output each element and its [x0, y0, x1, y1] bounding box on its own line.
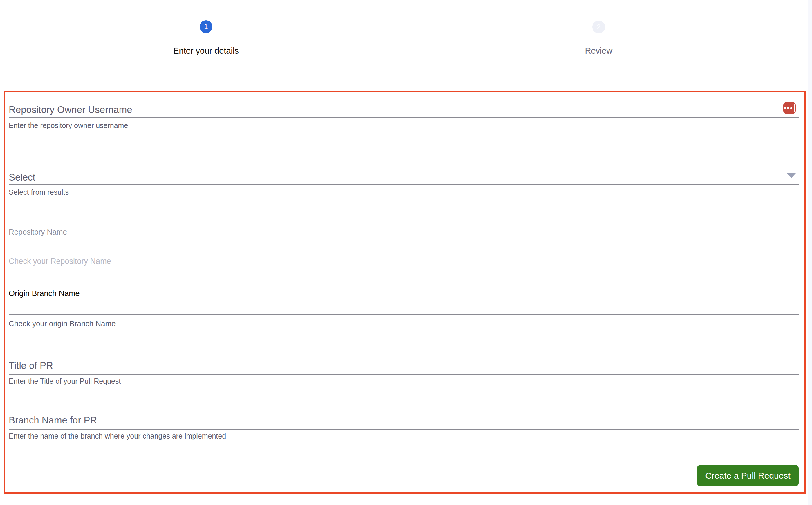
step-1-label: Enter your details — [134, 46, 278, 56]
password-manager-icon-cursor — [794, 105, 795, 112]
repository-name-helper-text: Check your Repository Name — [9, 257, 111, 267]
create-pull-request-button[interactable]: Create a Pull Request — [697, 465, 799, 486]
origin-branch-name-input[interactable] — [9, 299, 795, 313]
owner-input-underline — [9, 117, 799, 118]
pr-title-input[interactable] — [9, 358, 775, 373]
step-2-number: 2 — [597, 23, 600, 30]
origin-branch-helper-text: Check your origin Branch Name — [9, 319, 116, 329]
password-manager-icon-dot — [784, 107, 786, 109]
pr-title-helper-text: Enter the Title of your Pull Request — [9, 377, 121, 386]
repository-name-label: Repository Name — [9, 227, 67, 236]
repository-name-input[interactable] — [9, 237, 795, 251]
pr-branch-underline — [9, 429, 799, 430]
repository-results-select[interactable]: Select — [9, 170, 781, 185]
select-helper-text: Select from results — [9, 188, 69, 197]
step-2-label: Review — [526, 46, 671, 56]
password-manager-icon-dot — [790, 107, 792, 109]
repository-name-underline — [9, 252, 799, 253]
origin-branch-name-label: Origin Branch Name — [9, 289, 80, 298]
stepper-connector — [218, 28, 588, 28]
page-scrollbar[interactable] — [808, 0, 812, 505]
pr-title-underline — [9, 374, 799, 375]
owner-helper-text: Enter the repository owner username — [9, 121, 128, 130]
step-1-number: 1 — [204, 23, 208, 30]
step-2-indicator: 2 — [592, 21, 605, 33]
create-pull-request-page: 1 2 Enter your details Review Enter the … — [0, 0, 812, 505]
chevron-down-icon[interactable] — [787, 173, 796, 178]
step-1-indicator: 1 — [200, 20, 212, 33]
create-pr-form-highlighted-region: Enter the repository owner username Sele… — [4, 91, 806, 494]
pr-branch-name-input[interactable] — [9, 413, 775, 428]
origin-branch-underline — [9, 314, 799, 315]
select-underline — [9, 184, 799, 185]
password-manager-icon-dot — [787, 107, 789, 109]
pr-branch-helper-text: Enter the name of the branch where your … — [9, 432, 226, 441]
password-manager-icon[interactable] — [783, 102, 796, 114]
repository-owner-username-input[interactable] — [9, 103, 775, 117]
repository-results-select-value: Select — [9, 172, 35, 183]
